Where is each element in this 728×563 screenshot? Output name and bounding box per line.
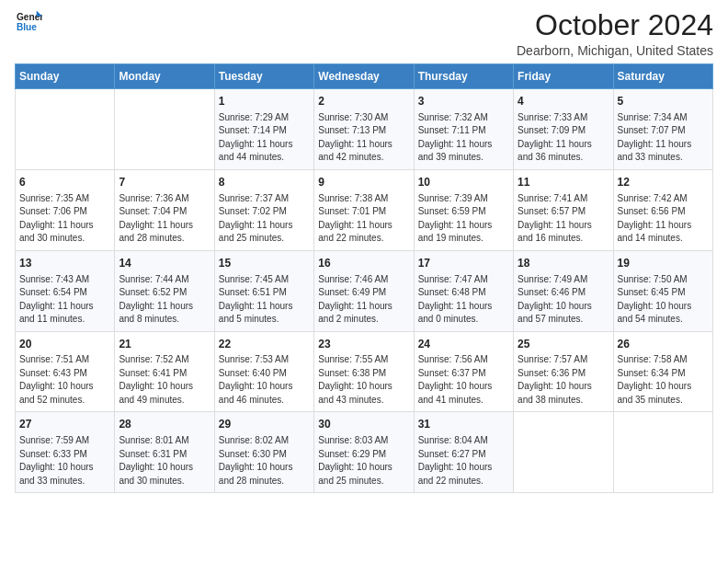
week-row-3: 13Sunrise: 7:43 AM Sunset: 6:54 PM Dayli…	[16, 250, 713, 331]
day-info: Sunrise: 8:02 AM Sunset: 6:30 PM Dayligh…	[219, 434, 310, 488]
title-block: October 2024 Dearborn, Michigan, United …	[517, 9, 713, 58]
calendar-cell: 9Sunrise: 7:38 AM Sunset: 7:01 PM Daylig…	[314, 169, 414, 250]
calendar-cell: 22Sunrise: 7:53 AM Sunset: 6:40 PM Dayli…	[214, 331, 313, 412]
day-number: 14	[119, 256, 210, 271]
calendar-cell: 26Sunrise: 7:58 AM Sunset: 6:34 PM Dayli…	[613, 331, 712, 412]
header-day-thursday: Thursday	[414, 64, 513, 89]
calendar-cell: 18Sunrise: 7:49 AM Sunset: 6:46 PM Dayli…	[514, 250, 613, 331]
calendar-cell: 14Sunrise: 7:44 AM Sunset: 6:52 PM Dayli…	[115, 250, 214, 331]
day-number: 19	[618, 256, 709, 271]
day-number: 31	[418, 417, 509, 432]
calendar-cell: 16Sunrise: 7:46 AM Sunset: 6:49 PM Dayli…	[314, 250, 414, 331]
page: General Blue October 2024 Dearborn, Mich…	[0, 0, 728, 563]
day-info: Sunrise: 7:36 AM Sunset: 7:04 PM Dayligh…	[119, 192, 210, 246]
svg-text:Blue: Blue	[17, 22, 37, 32]
day-number: 15	[219, 256, 310, 271]
day-number: 4	[518, 94, 609, 109]
week-row-5: 27Sunrise: 7:59 AM Sunset: 6:33 PM Dayli…	[16, 412, 713, 493]
day-number: 26	[618, 337, 709, 352]
day-number: 5	[618, 94, 709, 109]
day-number: 7	[119, 175, 210, 190]
day-info: Sunrise: 7:44 AM Sunset: 6:52 PM Dayligh…	[119, 273, 210, 327]
calendar-cell	[16, 89, 115, 170]
header-day-tuesday: Tuesday	[214, 64, 313, 89]
day-number: 28	[119, 417, 210, 432]
day-number: 24	[418, 337, 509, 352]
day-info: Sunrise: 7:29 AM Sunset: 7:14 PM Dayligh…	[219, 111, 310, 165]
day-number: 9	[318, 175, 409, 190]
header-day-saturday: Saturday	[613, 64, 712, 89]
day-info: Sunrise: 7:59 AM Sunset: 6:33 PM Dayligh…	[19, 434, 110, 488]
calendar-cell: 20Sunrise: 7:51 AM Sunset: 6:43 PM Dayli…	[16, 331, 115, 412]
calendar-cell: 21Sunrise: 7:52 AM Sunset: 6:41 PM Dayli…	[115, 331, 214, 412]
calendar-cell: 17Sunrise: 7:47 AM Sunset: 6:48 PM Dayli…	[414, 250, 513, 331]
day-number: 1	[219, 94, 310, 109]
header-day-wednesday: Wednesday	[314, 64, 414, 89]
calendar-cell	[514, 412, 613, 493]
week-row-4: 20Sunrise: 7:51 AM Sunset: 6:43 PM Dayli…	[16, 331, 713, 412]
calendar-cell: 6Sunrise: 7:35 AM Sunset: 7:06 PM Daylig…	[16, 169, 115, 250]
calendar-cell: 2Sunrise: 7:30 AM Sunset: 7:13 PM Daylig…	[314, 89, 414, 170]
day-number: 3	[418, 94, 509, 109]
day-info: Sunrise: 8:03 AM Sunset: 6:29 PM Dayligh…	[318, 434, 409, 488]
day-info: Sunrise: 8:01 AM Sunset: 6:31 PM Dayligh…	[119, 434, 210, 488]
calendar-cell	[613, 412, 712, 493]
day-number: 13	[19, 256, 110, 271]
day-info: Sunrise: 7:58 AM Sunset: 6:34 PM Dayligh…	[618, 353, 709, 407]
logo: General Blue	[15, 9, 42, 39]
day-info: Sunrise: 7:49 AM Sunset: 6:46 PM Dayligh…	[518, 273, 609, 327]
calendar-cell: 31Sunrise: 8:04 AM Sunset: 6:27 PM Dayli…	[414, 412, 513, 493]
day-info: Sunrise: 7:50 AM Sunset: 6:45 PM Dayligh…	[618, 273, 709, 327]
day-info: Sunrise: 7:56 AM Sunset: 6:37 PM Dayligh…	[418, 353, 509, 407]
calendar-cell: 13Sunrise: 7:43 AM Sunset: 6:54 PM Dayli…	[16, 250, 115, 331]
day-info: Sunrise: 7:52 AM Sunset: 6:41 PM Dayligh…	[119, 353, 210, 407]
day-number: 27	[19, 417, 110, 432]
day-number: 29	[219, 417, 310, 432]
calendar-cell	[115, 89, 214, 170]
calendar-cell: 28Sunrise: 8:01 AM Sunset: 6:31 PM Dayli…	[115, 412, 214, 493]
day-info: Sunrise: 7:45 AM Sunset: 6:51 PM Dayligh…	[219, 273, 310, 327]
calendar-cell: 4Sunrise: 7:33 AM Sunset: 7:09 PM Daylig…	[514, 89, 613, 170]
day-info: Sunrise: 7:42 AM Sunset: 6:56 PM Dayligh…	[618, 192, 709, 246]
calendar-cell: 29Sunrise: 8:02 AM Sunset: 6:30 PM Dayli…	[214, 412, 313, 493]
calendar-cell: 19Sunrise: 7:50 AM Sunset: 6:45 PM Dayli…	[613, 250, 712, 331]
calendar-cell: 27Sunrise: 7:59 AM Sunset: 6:33 PM Dayli…	[16, 412, 115, 493]
header-day-friday: Friday	[514, 64, 613, 89]
calendar-cell: 11Sunrise: 7:41 AM Sunset: 6:57 PM Dayli…	[514, 169, 613, 250]
day-number: 30	[318, 417, 409, 432]
day-info: Sunrise: 7:53 AM Sunset: 6:40 PM Dayligh…	[219, 353, 310, 407]
day-number: 17	[418, 256, 509, 271]
header-day-monday: Monday	[115, 64, 214, 89]
day-number: 23	[318, 337, 409, 352]
day-info: Sunrise: 7:41 AM Sunset: 6:57 PM Dayligh…	[518, 192, 609, 246]
header-row: SundayMondayTuesdayWednesdayThursdayFrid…	[16, 64, 713, 89]
week-row-2: 6Sunrise: 7:35 AM Sunset: 7:06 PM Daylig…	[16, 169, 713, 250]
day-info: Sunrise: 7:37 AM Sunset: 7:02 PM Dayligh…	[219, 192, 310, 246]
calendar-cell: 15Sunrise: 7:45 AM Sunset: 6:51 PM Dayli…	[214, 250, 313, 331]
logo-icon: General Blue	[17, 9, 42, 35]
calendar-cell: 24Sunrise: 7:56 AM Sunset: 6:37 PM Dayli…	[414, 331, 513, 412]
day-info: Sunrise: 7:47 AM Sunset: 6:48 PM Dayligh…	[418, 273, 509, 327]
day-info: Sunrise: 8:04 AM Sunset: 6:27 PM Dayligh…	[418, 434, 509, 488]
day-info: Sunrise: 7:43 AM Sunset: 6:54 PM Dayligh…	[19, 273, 110, 327]
day-info: Sunrise: 7:34 AM Sunset: 7:07 PM Dayligh…	[618, 111, 709, 165]
day-number: 22	[219, 337, 310, 352]
calendar-cell: 10Sunrise: 7:39 AM Sunset: 6:59 PM Dayli…	[414, 169, 513, 250]
day-info: Sunrise: 7:32 AM Sunset: 7:11 PM Dayligh…	[418, 111, 509, 165]
calendar-cell: 5Sunrise: 7:34 AM Sunset: 7:07 PM Daylig…	[613, 89, 712, 170]
day-info: Sunrise: 7:51 AM Sunset: 6:43 PM Dayligh…	[19, 353, 110, 407]
calendar-cell: 23Sunrise: 7:55 AM Sunset: 6:38 PM Dayli…	[314, 331, 414, 412]
day-info: Sunrise: 7:46 AM Sunset: 6:49 PM Dayligh…	[318, 273, 409, 327]
day-info: Sunrise: 7:38 AM Sunset: 7:01 PM Dayligh…	[318, 192, 409, 246]
calendar-cell: 25Sunrise: 7:57 AM Sunset: 6:36 PM Dayli…	[514, 331, 613, 412]
day-number: 11	[518, 175, 609, 190]
calendar-cell: 1Sunrise: 7:29 AM Sunset: 7:14 PM Daylig…	[214, 89, 313, 170]
subtitle: Dearborn, Michigan, United States	[517, 43, 713, 58]
day-info: Sunrise: 7:39 AM Sunset: 6:59 PM Dayligh…	[418, 192, 509, 246]
calendar-cell: 3Sunrise: 7:32 AM Sunset: 7:11 PM Daylig…	[414, 89, 513, 170]
day-info: Sunrise: 7:30 AM Sunset: 7:13 PM Dayligh…	[318, 111, 409, 165]
day-info: Sunrise: 7:55 AM Sunset: 6:38 PM Dayligh…	[318, 353, 409, 407]
day-info: Sunrise: 7:35 AM Sunset: 7:06 PM Dayligh…	[19, 192, 110, 246]
day-info: Sunrise: 7:33 AM Sunset: 7:09 PM Dayligh…	[518, 111, 609, 165]
day-info: Sunrise: 7:57 AM Sunset: 6:36 PM Dayligh…	[518, 353, 609, 407]
